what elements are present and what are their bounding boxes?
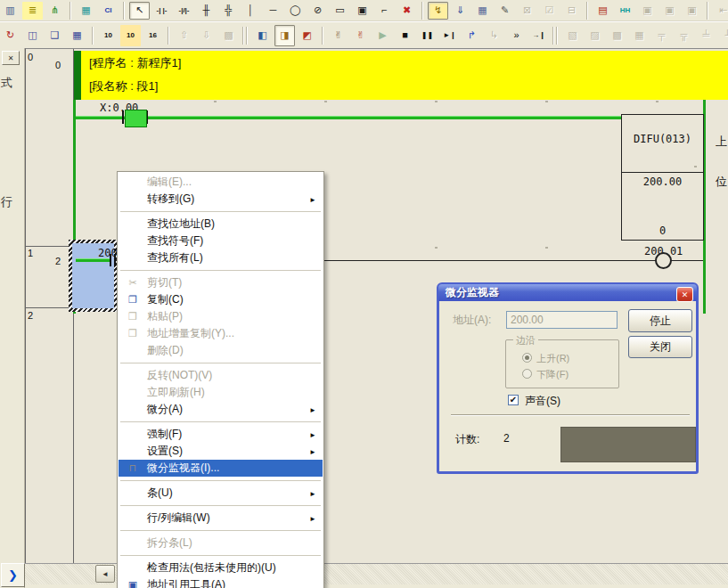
dialog-titlebar[interactable]: 微分监视器 [438, 284, 697, 301]
stop-button[interactable]: 停止 [628, 309, 692, 332]
new-block-icon[interactable]: ⌐ [374, 2, 395, 20]
menu-item-cut[interactable]: ✂剪切(T) [119, 274, 323, 291]
outdent-icon[interactable]: ⇤ [713, 2, 728, 20]
ci-view-icon[interactable]: CI [98, 2, 119, 20]
pause-monitor-icon[interactable]: ✌ [328, 25, 348, 46]
aux-window-icon-3[interactable]: ▣ [682, 2, 702, 20]
watch-window-icon[interactable]: HH [615, 2, 635, 20]
aux-window-icon-2[interactable]: ▣ [659, 2, 680, 20]
menu-item-set[interactable]: 设置(S)► [119, 443, 323, 460]
cancel-forced-icon[interactable]: ✌ [350, 25, 371, 46]
bookmark-icon[interactable]: ◫ [22, 25, 43, 46]
select-mode-icon[interactable]: ↖ [129, 2, 150, 20]
menu-item-rung[interactable]: 条(U)► [119, 485, 323, 502]
scroll-left-button[interactable]: ◄ [95, 565, 115, 583]
aux-window-icon-1[interactable]: ▣ [637, 2, 658, 20]
step-into-icon[interactable]: ↱ [462, 25, 482, 46]
decimal-format-icon[interactable]: 10 [98, 25, 119, 46]
run-to-end-icon[interactable]: →❙ [528, 25, 549, 46]
compile-icon[interactable]: ✎ [495, 2, 515, 20]
mnemonics-view-icon[interactable]: ▦ [76, 2, 96, 20]
section-list-icon[interactable]: ≣ [22, 2, 43, 20]
menu-item-differential-monitor[interactable]: ⊓微分监视器(I)... [119, 460, 323, 477]
new-vertical-icon[interactable]: │ [241, 2, 261, 20]
rack-module-icon-5[interactable]: ╤ [651, 25, 672, 46]
new-or-contact-icon[interactable]: ╫ [196, 2, 217, 20]
transfer-to-plc-icon[interactable]: ⇓ [450, 2, 470, 20]
new-instruction-icon[interactable]: ▭ [330, 2, 350, 20]
new-horizontal-icon[interactable]: ─ [263, 2, 283, 20]
menu-item-force[interactable]: 强制(F)► [119, 426, 323, 443]
rack-module-icon-6[interactable]: ╦ [674, 25, 694, 46]
menu-item-differentiate[interactable]: 微分(A)► [119, 401, 323, 418]
difu-instruction-block[interactable]: DIFU(013) 200.00 0 [621, 114, 704, 241]
menu-item-edit[interactable]: 编辑(E)... [119, 174, 323, 191]
project-tree-icon[interactable]: ⋔ [45, 2, 65, 20]
close-button[interactable]: 关闭 [628, 336, 692, 358]
next-reference-icon[interactable]: ⇩ [196, 25, 217, 46]
rack-module-icon-7[interactable]: ╧ [696, 25, 716, 46]
monitor-mode-icon[interactable]: ▦ [472, 2, 493, 20]
forced-decimal-format-icon[interactable]: 10 [120, 25, 141, 46]
dialog-close-button[interactable]: ✕ [676, 287, 693, 302]
hex-format-icon[interactable]: 16 [143, 25, 163, 46]
new-coil-icon[interactable]: ◯ [285, 2, 306, 20]
menu-item-row-column-edit[interactable]: 行/列编辑(W)► [119, 510, 323, 527]
menu-item-find-symbol[interactable]: 查找符号(F) [119, 233, 323, 249]
panel-close-button[interactable]: ✕ [2, 51, 20, 65]
work-online-icon[interactable]: ↯ [428, 2, 448, 20]
rack-module-icon-3[interactable]: ▩ [607, 25, 627, 46]
new-closed-contact-icon[interactable]: -|/|- [174, 2, 194, 20]
menu-item-address-increment-copy[interactable]: ❒地址增量复制(Y)... [119, 325, 323, 342]
menu-item-copy[interactable]: ❐复制(C) [119, 291, 323, 308]
transfer-ok-icon[interactable]: ☑ [539, 2, 560, 20]
menu-item-address-reference-tool[interactable]: ▣地址引用工具(A) [119, 576, 323, 588]
online-edit-icon[interactable]: ◨ [274, 25, 295, 46]
menu-item-label: 拆分条(L) [147, 536, 192, 549]
menu-item-split-rung[interactable]: 拆分条(L) [119, 535, 323, 551]
cancel-online-edit-icon[interactable]: ◩ [297, 25, 317, 46]
new-closed-coil-icon[interactable]: ⊘ [307, 2, 328, 20]
new-or-closed-contact-icon[interactable]: ╬ [218, 2, 239, 20]
toolbar-separator [241, 27, 250, 45]
pause-icon[interactable]: ❚❚ [417, 25, 438, 46]
step-run-icon[interactable]: ►❙ [439, 25, 460, 46]
menu-item-immediate-refresh[interactable]: 立即刷新(H) [119, 384, 323, 401]
menu-item-find-all[interactable]: 查找所有(L) [119, 249, 323, 266]
menu-item-paste[interactable]: ❒粘贴(P) [119, 308, 323, 325]
program-window-icon[interactable]: ◧ [252, 25, 273, 46]
menu-item-invert-not[interactable]: 反转(NOT)(V) [119, 367, 323, 384]
transfer-partial-icon[interactable]: ⊟ [561, 2, 582, 20]
output-coil-20001[interactable] [655, 252, 672, 269]
fast-forward-icon[interactable]: » [506, 25, 527, 46]
io-table-icon[interactable]: ▤ [593, 2, 613, 20]
step-out-icon[interactable]: ↳ [484, 25, 504, 46]
replace-icon[interactable]: ↻ [0, 25, 20, 46]
rising-edge-radio[interactable] [522, 353, 532, 363]
new-instruction-block-icon[interactable]: ▣ [352, 2, 372, 20]
rack-module-icon-1[interactable]: ▧ [562, 25, 583, 46]
menu-item-delete[interactable]: 删除(D) [119, 342, 323, 359]
rack-module-icon-4[interactable]: ▦ [629, 25, 650, 46]
address-input[interactable]: 200.00 [506, 311, 618, 329]
stop-icon[interactable]: ■ [395, 25, 415, 46]
rack-module-icon-8[interactable]: ╨ [718, 25, 728, 46]
reference-report-icon[interactable]: ▩ [218, 25, 239, 46]
transfer-cancel-icon[interactable]: ⊠ [517, 2, 537, 20]
delete-icon[interactable]: ✖ [397, 2, 417, 20]
form-window-icon[interactable]: ❑ [45, 25, 65, 46]
prev-reference-icon[interactable]: ⇧ [174, 25, 194, 46]
menu-item-goto[interactable]: 转移到(G)► [119, 191, 323, 208]
menu-item-check-usage[interactable]: 检查用法(包括未使用的)(U) [119, 559, 323, 576]
new-contact-icon[interactable]: -| |- [151, 2, 172, 20]
sound-checkbox[interactable]: ✔ [508, 395, 519, 405]
cx-programmer-window: ▥≣⋔▦CI↖-| |--|/|-╫╬│─◯⊘▭▣⌐✖↯⇓▦✎⊠☑⊟▤HH▣▣▣… [0, 0, 728, 588]
run-icon[interactable]: ▶ [372, 25, 393, 46]
menu-item-find-bit-address[interactable]: 查找位地址(B) [119, 216, 323, 233]
clipped-left-icon[interactable]: ▥ [0, 2, 20, 20]
contact-x000[interactable] [125, 110, 147, 127]
grid-window-icon[interactable]: ▦ [67, 25, 87, 46]
falling-edge-radio[interactable] [522, 369, 532, 379]
rack-module-icon-2[interactable]: ▨ [585, 25, 605, 46]
panel-expand-button[interactable]: ❯ [1, 563, 25, 587]
